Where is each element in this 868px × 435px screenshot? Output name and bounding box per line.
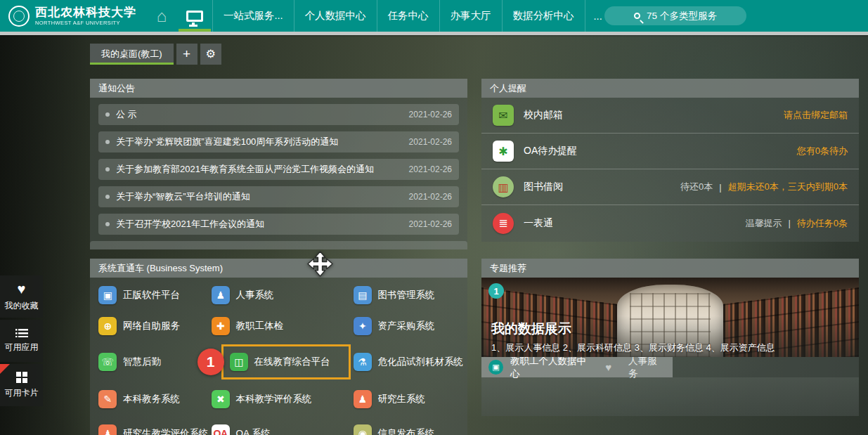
sidebar-item[interactable]: ♥ 我的收藏 xyxy=(0,275,43,318)
notice-date: 2021-02-26 xyxy=(409,137,452,147)
bullet-icon xyxy=(105,195,110,199)
app-icon: ♟ xyxy=(98,424,117,435)
app-icon: ♟ xyxy=(354,390,372,408)
app-icon: ⚗ xyxy=(354,353,372,371)
systems-grid: ▣ 正版软件平台 ♟ 人事系统 ▤ 图书管理系统 xyxy=(90,278,467,435)
app-icon: ✖ xyxy=(212,390,230,408)
data-center-icon: ▣ xyxy=(488,360,503,375)
featured-library-image[interactable]: 1 我的数据展示 1、展示人事信息 2、展示科研信息 3、展示财务信息 4、展示… xyxy=(481,278,859,357)
app-item[interactable]: ♟ 研究生系统 xyxy=(351,390,464,408)
notice-title: 关于参加教育部2021年教育系统全面从严治党工作视频会的通知 xyxy=(116,163,402,176)
portal-page: 西北农林科技大学 NORTHWEST A&F UNIVERSITY ⌂ 一站式服… xyxy=(0,0,868,435)
sidebar-item[interactable]: 可用应用 xyxy=(0,320,43,362)
university-name-en: NORTHWEST A&F UNIVERSITY xyxy=(35,20,136,26)
topbar-divider xyxy=(0,32,868,35)
favorite-heart-icon[interactable]: ♥ xyxy=(605,361,611,373)
notice-date: 2021-02-26 xyxy=(409,219,452,229)
nav-item[interactable]: 任务中心 xyxy=(377,0,439,32)
search-label: 75 个多类型服务 xyxy=(647,10,717,22)
reminder-icon: ✉ xyxy=(493,105,514,126)
reminder-alert[interactable]: 待办任务0条 xyxy=(797,217,848,230)
app-item[interactable]: ✎ 本科教务系统 xyxy=(96,390,209,408)
sidebar-item-label: 可用卡片 xyxy=(5,387,39,399)
app-icon: ◉ xyxy=(354,424,372,435)
reminder-alert[interactable]: 请点击绑定邮箱 xyxy=(784,109,848,122)
notices-panel-title: 通知公告 xyxy=(90,79,467,98)
nav-item[interactable]: 一站式服务... xyxy=(212,0,294,32)
notice-title: 关于召开学校2021年工作会议的通知 xyxy=(116,218,402,231)
app-label: 信息发布系统 xyxy=(378,427,435,435)
nav-item[interactable]: 办事大厅 xyxy=(439,0,502,32)
app-label: 危化品试剂耗材系统 xyxy=(378,356,464,368)
notice-row[interactable]: 关于举办“党辉映团旗”喜迎建党100周年系列活动的通知 2021-02-26 xyxy=(98,131,459,152)
sidebar-item[interactable]: 可用卡片 xyxy=(0,364,43,406)
sidebar-item-label: 我的收藏 xyxy=(5,300,39,312)
bullet-icon xyxy=(105,222,110,226)
reminder-row[interactable]: ≣ 一表通 温馨提示 | 待办任务0条 xyxy=(481,205,859,241)
app-icon: ⊕ xyxy=(98,317,117,335)
reminder-status: 温馨提示 xyxy=(745,217,782,230)
notice-row[interactable]: 关于举办“智教云”平台培训的通知 2021-02-26 xyxy=(98,186,459,207)
app-label: 教职工体检 xyxy=(236,320,284,332)
university-name-cn: 西北农林科技大学 xyxy=(35,6,136,18)
app-item[interactable]: ♟ 研究生教学评价系统 xyxy=(96,424,209,435)
notice-row[interactable]: 公 示 2021-02-26 xyxy=(98,104,459,125)
app-item[interactable]: ⚗ 危化品试剂耗材系统 xyxy=(351,353,464,371)
reminder-name: 校内邮箱 xyxy=(524,109,563,122)
app-label: 在线教育综合平台 xyxy=(254,356,330,368)
reminder-name: 图书借阅 xyxy=(524,181,563,193)
app-item[interactable]: ✦ 资产采购系统 xyxy=(351,317,464,335)
app-label: 图书管理系统 xyxy=(378,289,435,301)
separator: | xyxy=(788,218,790,228)
app-icon: ☏ xyxy=(98,353,117,371)
app-icon: ▤ xyxy=(354,286,372,304)
notices-panel: 通知公告 公 示 2021-02-26 关于举办“党辉映团旗”喜迎建党100周年… xyxy=(90,79,467,249)
reminder-alert[interactable]: 超期未还0本，三天内到期0本 xyxy=(728,181,848,193)
data-center-bar[interactable]: ▣ 教职工个人数据中心 ♥ 人事服务 xyxy=(481,357,673,377)
app-item[interactable]: ✖ 本科教学评价系统 xyxy=(209,390,351,408)
app-item[interactable]: ♟ 人事系统 xyxy=(209,286,351,304)
app-item[interactable]: 1 ◫ 在线教育综合平台 xyxy=(209,344,351,379)
app-label: 智慧后勤 xyxy=(123,356,161,368)
nav-item[interactable]: 个人数据中心 xyxy=(294,0,377,32)
app-item[interactable]: ▤ 图书管理系统 xyxy=(351,286,464,304)
app-label: 资产采购系统 xyxy=(378,320,435,332)
nav-item[interactable]: 数据分析中心 xyxy=(502,0,585,32)
slide-badge: 1 xyxy=(488,283,504,299)
featured-headline: 我的数据展示 xyxy=(491,320,852,338)
service-search[interactable]: 75 个多类型服务 xyxy=(604,6,746,25)
bullet-icon xyxy=(105,167,110,171)
reminder-row[interactable]: ✉ 校内邮箱 请点击绑定邮箱 xyxy=(481,98,859,134)
desktop-view-tab[interactable] xyxy=(177,0,212,32)
business-systems-panel: 系统直通车 (Business System) ▣ 正版软件平台 ♟ 人事系统 xyxy=(90,259,467,435)
reminder-row[interactable]: ✱ OA待办提醒 您有0条待办 xyxy=(481,134,859,169)
notice-row[interactable]: 关于参加教育部2021年教育系统全面从严治党工作视频会的通知 2021-02-2… xyxy=(98,159,459,180)
app-label: 研究生教学评价系统 xyxy=(123,427,209,435)
app-item[interactable]: ⊕ 网络自助服务 xyxy=(96,317,209,335)
home-button[interactable]: ⌂ xyxy=(146,0,177,32)
reminder-alert[interactable]: 您有0条待办 xyxy=(797,145,848,157)
app-item[interactable]: ✚ 教职工体检 xyxy=(209,317,351,335)
app-label: OA 系统 xyxy=(236,427,271,435)
sidebar-icon xyxy=(16,372,27,383)
bullet-icon xyxy=(105,140,110,144)
add-desktop-button[interactable]: + xyxy=(176,44,197,65)
app-icon: OA xyxy=(212,424,230,435)
notice-row-partial[interactable] xyxy=(90,241,467,249)
reminders-panel-title: 个人提醒 xyxy=(481,79,859,98)
reminder-row[interactable]: ▥ 图书借阅 待还0本 | 超期未还0本，三天内到期0本 xyxy=(481,169,859,205)
app-label: 正版软件平台 xyxy=(123,289,180,301)
notice-row[interactable]: 关于召开学校2021年工作会议的通知 2021-02-26 xyxy=(98,214,459,235)
app-item[interactable]: ☏ 智慧后勤 xyxy=(96,353,209,371)
notice-date: 2021-02-26 xyxy=(409,192,452,202)
quick-sidebar: ♥ 我的收藏 可用应用 可用卡片 xyxy=(0,275,43,408)
app-item[interactable]: ◉ 信息发布系统 xyxy=(351,424,464,435)
hr-service-link[interactable]: 人事服务 xyxy=(628,355,666,380)
notice-title: 公 示 xyxy=(116,108,402,121)
app-item[interactable]: OA OA 系统 xyxy=(209,424,351,435)
app-item[interactable]: ▣ 正版软件平台 xyxy=(96,286,209,304)
app-icon: ✦ xyxy=(354,317,372,335)
desktop-settings-button[interactable]: ⚙ xyxy=(200,44,221,65)
desktop-tab-active[interactable]: 我的桌面(教工) xyxy=(90,44,174,65)
notice-date: 2021-02-26 xyxy=(409,110,452,119)
